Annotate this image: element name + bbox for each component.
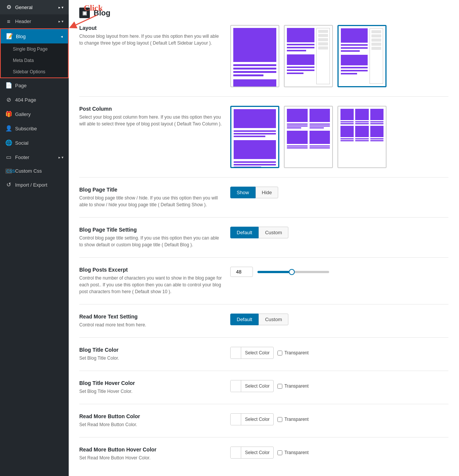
blog-page-title-heading: Blog Page Title	[79, 187, 223, 193]
read-more-btn-hover-transparent-label[interactable]: Transparent	[277, 450, 308, 455]
read-more-btn-hover-color-section: Read More Button Hover Color Set Read Mo…	[79, 447, 448, 470]
read-more-btn-color-section: Read More Button Color Set Read More But…	[79, 413, 448, 437]
hide-button[interactable]: Hide	[256, 187, 279, 198]
blog-title-hover-swatch	[231, 380, 241, 392]
page-icon: 📄	[5, 82, 12, 89]
layout-thumb-left-sidebar[interactable]	[284, 25, 333, 87]
read-more-btn-swatch	[231, 413, 241, 425]
post-col-2[interactable]	[284, 106, 333, 168]
404-icon: ⊘	[5, 96, 12, 103]
read-more-btn-transparent-label[interactable]: Transparent	[277, 417, 308, 422]
read-more-text-desc: Control read more text from here.	[79, 321, 223, 328]
read-more-btn-hover-label: Select Color	[241, 450, 273, 455]
read-more-btn-color-picker[interactable]: Select Color	[230, 413, 274, 425]
blog-title-hover-color-section: Blog Title Hover Color Set Blog Title Ho…	[79, 380, 448, 404]
sidebar-item-header[interactable]: ≡ Header ▸ ▾	[0, 14, 69, 28]
post-column-heading: Post Column	[79, 106, 223, 112]
blog-title-hover-transparent-label[interactable]: Transparent	[277, 383, 308, 389]
show-hide-group: Show Hide	[230, 187, 278, 198]
header-icon: ≡	[5, 18, 12, 25]
blog-title-transparent-label[interactable]: Transparent	[277, 350, 308, 355]
blog-title-hover-label: Select Color	[241, 383, 273, 389]
chevron-icon: ▸ ▾	[59, 5, 63, 9]
general-icon: ⚙	[5, 4, 12, 11]
show-button[interactable]: Show	[230, 187, 256, 198]
sidebar-item-blog[interactable]: 📝 Blog ◂	[1, 29, 68, 43]
page-title-icon: ▣	[79, 8, 90, 18]
import-icon: ↺	[5, 181, 12, 188]
blog-page-title-setting-section: Blog Page Title Setting Control blog pag…	[79, 227, 448, 258]
sidebar-item-gallery[interactable]: 🎁 Gallery	[0, 107, 69, 121]
blog-title-hover-desc: Set Blog Title Hover Color.	[79, 388, 223, 395]
css-icon: CSS	[5, 168, 12, 174]
layout-description: Choose blog layout from here. If you use…	[79, 33, 223, 46]
sidebar-subitem-single-blog[interactable]: Single Blog Page	[1, 43, 68, 55]
read-more-default-button[interactable]: Default	[230, 314, 259, 325]
post-column-thumbnails	[230, 106, 387, 168]
blog-posts-excerpt-section: Blog Posts Excerpt Control the number of…	[79, 267, 448, 304]
read-more-btn-color-desc: Set Read More Button Color.	[79, 421, 223, 428]
sidebar-item-importexport[interactable]: ↺ Import / Export	[0, 178, 69, 192]
blog-title-color-picker[interactable]: Select Color	[230, 347, 274, 359]
sidebar-item-social[interactable]: 🌐 Social	[0, 136, 69, 150]
blog-title-color-swatch	[231, 347, 241, 359]
sidebar-item-404[interactable]: ⊘ 404 Page	[0, 93, 69, 107]
blog-title-color-desc: Set Blog Title Color.	[79, 355, 223, 362]
post-column-description: Select your blog post column from here. …	[79, 114, 223, 127]
sidebar-subitem-sidebar-options[interactable]: Sidebar Options	[1, 66, 68, 77]
blog-title-setting-desc: Control blog page title setting. If you …	[79, 235, 223, 248]
blog-title-color-section: Blog Title Color Set Blog Title Color. S…	[79, 347, 448, 371]
blog-title-transparent-check[interactable]	[277, 351, 282, 355]
read-more-custom-button[interactable]: Custom	[259, 314, 288, 325]
sidebar-subitem-meta-data[interactable]: Meta Data	[1, 55, 68, 66]
blog-title-hover-heading: Blog Title Hover Color	[79, 380, 223, 386]
read-more-text-heading: Read More Text Setting	[79, 314, 223, 320]
excerpt-control	[230, 267, 329, 277]
gallery-icon: 🎁	[5, 111, 12, 117]
sidebar-item-footer[interactable]: ▭ Footer ▸ ▾	[0, 150, 69, 164]
read-more-btn-label: Select Color	[241, 417, 273, 422]
footer-icon: ▭	[5, 154, 12, 161]
post-col-3[interactable]	[337, 106, 387, 168]
read-more-btn-hover-color-picker[interactable]: Select Color	[230, 447, 274, 459]
chevron-icon: ◂	[61, 34, 63, 39]
read-more-text-section: Read More Text Setting Control read more…	[79, 314, 448, 338]
default-button[interactable]: Default	[230, 227, 259, 238]
default-custom-group: Default Custom	[230, 227, 288, 238]
blog-title-setting-heading: Blog Page Title Setting	[79, 227, 223, 233]
excerpt-heading: Blog Posts Excerpt	[79, 267, 223, 273]
blog-title-hover-transparent-check[interactable]	[277, 384, 282, 389]
sidebar-item-subscribe[interactable]: 👤 Subscribe	[0, 121, 69, 136]
read-more-btn-hover-transparent-check[interactable]	[277, 450, 282, 455]
read-more-btn-hover-desc: Set Read More Button Hover Color.	[79, 454, 223, 461]
layout-thumb-full[interactable]	[230, 25, 279, 87]
excerpt-desc: Control the number of characters you wan…	[79, 275, 223, 295]
post-column-section: Post Column Select your blog post column…	[79, 106, 448, 178]
read-more-btn-hover-heading: Read More Button Hover Color	[79, 447, 223, 453]
chevron-icon: ▸ ▾	[59, 155, 63, 159]
blog-section-highlight: 📝 Blog ◂ Single Blog Page Meta Data Side…	[0, 28, 69, 78]
social-icon: 🌐	[5, 139, 12, 146]
blog-page-title-section: Blog Page Title Control blog page title …	[79, 187, 448, 218]
layout-thumbnails	[230, 25, 387, 87]
sidebar-item-page[interactable]: 📄 Page	[0, 78, 69, 93]
post-col-1[interactable]	[230, 106, 279, 168]
read-more-btn-hover-swatch	[231, 447, 241, 459]
layout-heading: Layout	[79, 25, 223, 31]
blog-title-color-label: Select Color	[241, 350, 273, 355]
sidebar-item-customcss[interactable]: CSS Custom Css	[0, 164, 69, 178]
subscribe-icon: 👤	[5, 125, 12, 132]
custom-button[interactable]: Custom	[259, 227, 288, 238]
read-more-group: Default Custom	[230, 314, 288, 325]
excerpt-number-input[interactable]	[230, 267, 253, 277]
layout-section: Layout Choose blog layout from here. If …	[79, 25, 448, 97]
read-more-btn-transparent-check[interactable]	[277, 417, 282, 422]
sidebar-item-general[interactable]: ⚙ General ▸ ▾	[0, 0, 69, 14]
sidebar: ⚙ General ▸ ▾ ≡ Header ▸ ▾ 📝 Blog ◂ Sing…	[0, 0, 69, 476]
blog-page-title-desc: Control blog page title show / hide. If …	[79, 195, 223, 208]
blog-title-hover-color-picker[interactable]: Select Color	[230, 380, 274, 392]
blog-title-color-heading: Blog Title Color	[79, 347, 223, 353]
excerpt-slider[interactable]	[257, 269, 329, 275]
blog-icon: 📝	[6, 33, 13, 40]
layout-thumb-right-sidebar[interactable]	[337, 25, 387, 87]
